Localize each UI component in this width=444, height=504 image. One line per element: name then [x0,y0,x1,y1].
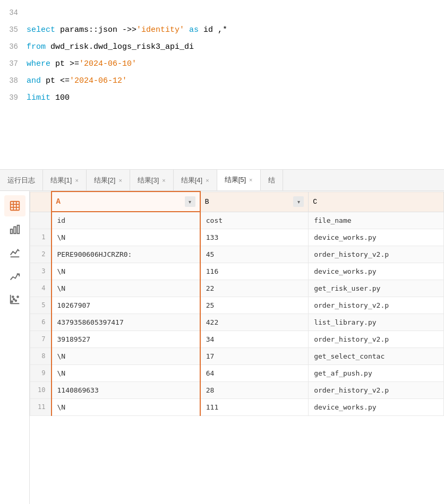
table-row: 10114086963328order_history_v2.p [30,381,444,398]
cell-file-name: order_history_v2.p [309,246,444,263]
column-b-dropdown[interactable]: ▾ [293,196,304,207]
table-row: 2PERE900606HJCRZR0:45order_history_v2.p [30,246,444,263]
tab-result-3[interactable]: 结果[3] × [130,170,174,191]
line-content: select params::json ->>'identity' as id … [27,22,444,39]
scatter-chart-icon[interactable] [4,289,25,310]
svg-point-9 [11,301,13,302]
svg-rect-6 [14,227,16,233]
cell-cost: 422 [200,314,309,331]
table-row: 51026790725order_history_v2.p [30,297,444,314]
cell-file-name: list_library.py [309,314,444,331]
tab-close-5[interactable]: × [249,177,252,183]
line-content: from dwd_risk.dwd_logs_risk3_api_di [27,39,444,56]
code-line: 34 [0,4,444,21]
tab-close-3[interactable]: × [162,177,165,184]
row-number-cell: 8 [30,347,52,364]
svg-point-12 [17,296,19,298]
cell-id: 1140869633 [52,381,200,398]
field-name-file-name: file_name [309,212,444,229]
table-row: 8\N17get_select_contac [30,347,444,364]
row-number-cell: 1 [30,229,52,246]
row-number-cell: 4 [30,280,52,297]
tab-result-1[interactable]: 结果[1] × [43,170,87,191]
column-header-a[interactable]: A ▾ [52,192,200,212]
column-header-b[interactable]: B ▾ [200,192,309,212]
cell-cost: 25 [200,297,309,314]
cell-id: \N [52,347,200,364]
tab-result-5[interactable]: 结果[5] × [217,170,261,191]
code-line: 35select params::json ->>'identity' as i… [0,21,444,38]
table-row: 11\N111device_works.py [30,398,444,415]
svg-point-11 [15,300,16,301]
data-table: A ▾ B ▾ C [30,191,444,416]
cell-cost: 34 [200,331,309,347]
cell-cost: 64 [200,364,309,381]
code-editor: 3435select params::json ->>'identity' as… [0,0,444,170]
cell-id: PERE900606HJCRZR0: [52,246,200,263]
line-number: 39 [0,89,27,106]
svg-rect-0 [10,202,19,211]
field-name-id: id [52,212,200,229]
column-b-label: B [205,198,209,206]
cell-id: \N [52,364,200,381]
row-number-cell: 7 [30,331,52,347]
cell-file-name: device_works.py [309,229,444,246]
area-chart-icon[interactable] [4,242,25,263]
code-line: 37where pt >='2024-06-10' [0,55,444,72]
table-row: 73918952734order_history_v2.p [30,331,444,347]
field-name-row-num [30,212,52,229]
line-number: 37 [0,55,27,72]
cell-cost: 22 [200,280,309,297]
cell-id: 10267907 [52,297,200,314]
trend-chart-icon[interactable] [4,265,25,286]
line-number: 34 [0,4,27,21]
cell-cost: 133 [200,229,309,246]
cell-id: \N [52,398,200,415]
cell-file-name: device_works.py [309,263,444,280]
row-number-cell: 11 [30,398,52,415]
row-number-cell: 5 [30,297,52,314]
svg-point-13 [12,296,13,298]
cell-id: 39189527 [52,331,200,347]
bar-chart-icon[interactable] [4,219,25,240]
tab-result-more[interactable]: 结 [261,170,283,191]
tabs-bar: 运行日志 结果[1] × 结果[2] × 结果[3] × 结果[4] × 结果[… [0,170,444,191]
tab-result-4[interactable]: 结果[4] × [174,170,217,191]
cell-cost: 17 [200,347,309,364]
cell-id: \N [52,229,200,246]
tab-result-2[interactable]: 结果[2] × [87,170,130,191]
column-header-c[interactable]: C [309,192,444,212]
table-view-icon[interactable] [4,195,25,216]
tab-close-4[interactable]: × [206,177,209,184]
tab-run-log[interactable]: 运行日志 [0,170,43,191]
cell-cost: 45 [200,246,309,263]
line-number: 38 [0,72,27,89]
chart-type-sidebar [0,191,30,504]
line-content: limit 100 [27,90,444,107]
row-number-cell: 2 [30,246,52,263]
column-a-dropdown[interactable]: ▾ [185,196,195,207]
cell-file-name: get_af_push.py [309,364,444,381]
cell-cost: 28 [200,381,309,398]
line-number: 36 [0,38,27,55]
code-line: 36from dwd_risk.dwd_logs_risk3_api_di [0,38,444,55]
row-num-header [30,192,52,212]
cell-id: \N [52,280,200,297]
code-line: 39limit 100 [0,89,444,106]
table-row: 64379358605397417422list_library.py [30,314,444,331]
row-number-cell: 10 [30,381,52,398]
row-number-cell: 9 [30,364,52,381]
column-a-label: A [56,197,61,206]
svg-point-10 [13,299,14,300]
column-c-label: C [313,198,317,206]
field-name-cost: cost [200,212,309,229]
results-area: A ▾ B ▾ C [0,191,444,504]
data-table-container[interactable]: A ▾ B ▾ C [30,191,444,504]
svg-rect-5 [10,229,12,233]
cell-file-name: get_risk_user.py [309,280,444,297]
table-row: 4\N22get_risk_user.py [30,280,444,297]
tab-close-1[interactable]: × [75,177,78,184]
tab-close-2[interactable]: × [118,177,122,184]
table-row: 3\N116device_works.py [30,263,444,280]
cell-file-name: get_select_contac [309,347,444,364]
